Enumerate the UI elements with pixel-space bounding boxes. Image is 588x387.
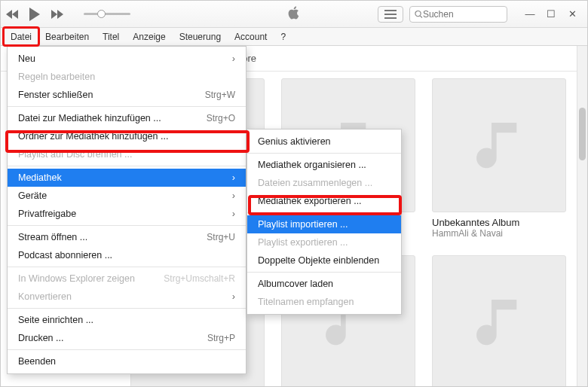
menu-steuerung[interactable]: Steuerung bbox=[173, 28, 228, 45]
menu-item-label: Datei zur Mediathek hinzufügen ... bbox=[18, 113, 161, 123]
minimize-button[interactable]: — bbox=[519, 6, 541, 23]
menu-shortcut: Strg+U bbox=[207, 232, 235, 242]
prev-button[interactable] bbox=[5, 9, 19, 20]
search-input[interactable] bbox=[423, 9, 502, 20]
album-item[interactable]: Unbekanntes Album bbox=[432, 255, 566, 386]
menu-item[interactable]: Seite einrichten ... bbox=[8, 311, 246, 329]
scrollbar[interactable] bbox=[577, 46, 587, 386]
menu-item[interactable]: Podcast abonnieren ... bbox=[8, 246, 246, 264]
music-note-icon bbox=[469, 292, 529, 352]
menu-item: In Windows Explorer zeigenStrg+Umschalt+… bbox=[8, 270, 246, 288]
menu-item[interactable]: Mediathek organisieren ... bbox=[247, 156, 401, 174]
menu-item-label: Geräte bbox=[18, 190, 47, 201]
menu-shortcut: Strg+O bbox=[207, 113, 235, 123]
play-button[interactable] bbox=[28, 7, 41, 22]
menu-item-label: Albumcover laden bbox=[258, 279, 333, 289]
menu-item-label: Seite einrichten ... bbox=[18, 315, 93, 325]
menu-item-label: Regeln bearbeiten bbox=[18, 72, 95, 82]
svg-line-1 bbox=[420, 15, 422, 17]
menu-item-label: Drucken ... bbox=[18, 333, 63, 343]
menu-item-label: Fenster schließen bbox=[18, 90, 93, 100]
menu-item-label: Neu bbox=[18, 53, 35, 64]
menu-item-label: Playlist auf Disc brennen ... bbox=[18, 149, 132, 160]
menu-item-label: Privatfreigabe bbox=[18, 209, 76, 219]
titlebar: — ☐ ✕ bbox=[1, 1, 587, 28]
menu-item-label: Mediathek organisieren ... bbox=[258, 160, 366, 170]
menu-item[interactable]: Drucken ...Strg+P bbox=[8, 329, 246, 347]
menu-item-label: Mediathek exportieren ... bbox=[258, 196, 362, 206]
menu-item[interactable]: Playlist importieren ... bbox=[247, 215, 401, 233]
album-title: Unbekanntes Album bbox=[432, 217, 566, 228]
menu-item: Titelnamen empfangen bbox=[247, 293, 401, 311]
menu-item-label: Dateien zusammenlegen ... bbox=[258, 178, 372, 188]
search-box[interactable] bbox=[409, 6, 507, 23]
apple-logo bbox=[286, 5, 302, 24]
volume-slider[interactable] bbox=[84, 13, 130, 15]
menu-titel[interactable]: Titel bbox=[96, 28, 126, 45]
menu-shortcut: Strg+P bbox=[207, 333, 235, 343]
menu-shortcut: Strg+Umschalt+R bbox=[164, 273, 235, 284]
svg-point-0 bbox=[415, 11, 421, 16]
menu-item[interactable]: Beenden bbox=[8, 352, 246, 370]
menu-item[interactable]: Doppelte Objekte einblenden bbox=[247, 251, 401, 270]
menu-datei[interactable]: Datei bbox=[4, 28, 38, 45]
close-button[interactable]: ✕ bbox=[562, 6, 583, 23]
menu-item-label: In Windows Explorer zeigen bbox=[18, 273, 135, 284]
menu-item[interactable]: Albumcover laden bbox=[247, 275, 401, 293]
menu-item[interactable]: Fenster schließenStrg+W bbox=[8, 86, 246, 104]
menu-item-label: Stream öffnen ... bbox=[18, 232, 87, 242]
menu-bearbeiten[interactable]: Bearbeiten bbox=[38, 28, 96, 45]
menu-item-label: Titelnamen empfangen bbox=[258, 297, 354, 307]
list-view-button[interactable] bbox=[378, 6, 403, 23]
menu-item[interactable]: Mediathek bbox=[8, 169, 246, 187]
menu-item[interactable]: Geräte bbox=[8, 187, 246, 205]
menu-shortcut: Strg+W bbox=[205, 90, 235, 100]
menu-item[interactable]: Datei zur Mediathek hinzufügen ...Strg+O bbox=[8, 109, 246, 127]
next-button[interactable] bbox=[51, 9, 64, 20]
menu-item-label: Genius aktivieren bbox=[258, 136, 331, 147]
menubar: Datei Bearbeiten Titel Anzeige Steuerung… bbox=[1, 28, 587, 46]
menu-mediathek-submenu: Genius aktivierenMediathek organisieren … bbox=[247, 129, 402, 315]
window-controls: — ☐ ✕ bbox=[519, 6, 583, 23]
menu-item-label: Doppelte Objekte einblenden bbox=[258, 255, 379, 266]
menu-datei-dropdown: NeuRegeln bearbeitenFenster schließenStr… bbox=[7, 46, 247, 374]
menu-item-label: Ordner zur Mediathek hinzufügen ... bbox=[18, 131, 168, 142]
music-note-icon bbox=[469, 115, 529, 175]
menu-help[interactable]: ? bbox=[274, 28, 292, 45]
search-icon bbox=[415, 10, 423, 19]
menu-item: Regeln bearbeiten bbox=[8, 68, 246, 86]
menu-item-label: Playlist exportieren ... bbox=[258, 237, 348, 248]
menu-item[interactable]: Privatfreigabe bbox=[8, 205, 246, 223]
menu-item[interactable]: Neu bbox=[8, 50, 246, 68]
menu-item[interactable]: Stream öffnen ...Strg+U bbox=[8, 228, 246, 246]
menu-item[interactable]: Ordner zur Mediathek hinzufügen ... bbox=[8, 127, 246, 145]
menu-item-label: Konvertieren bbox=[18, 291, 72, 302]
menu-item[interactable]: Genius aktivieren bbox=[247, 133, 401, 151]
album-item[interactable]: Unbekanntes Album HammAli & Navai bbox=[432, 78, 566, 239]
menu-item-label: Mediathek bbox=[18, 172, 62, 183]
menu-item-label: Playlist importieren ... bbox=[258, 219, 348, 230]
menu-item[interactable]: Mediathek exportieren ... bbox=[247, 192, 401, 210]
menu-anzeige[interactable]: Anzeige bbox=[126, 28, 172, 45]
menu-item-label: Podcast abonnieren ... bbox=[18, 250, 112, 261]
menu-item: Dateien zusammenlegen ... bbox=[247, 174, 401, 192]
menu-item: Konvertieren bbox=[8, 288, 246, 306]
maximize-button[interactable]: ☐ bbox=[541, 6, 562, 23]
menu-item: Playlist exportieren ... bbox=[247, 233, 401, 251]
album-artist: HammAli & Navai bbox=[432, 228, 566, 239]
menu-account[interactable]: Account bbox=[228, 28, 274, 45]
playback-controls bbox=[5, 7, 130, 22]
menu-item: Playlist auf Disc brennen ... bbox=[8, 145, 246, 163]
menu-item-label: Beenden bbox=[18, 356, 56, 367]
